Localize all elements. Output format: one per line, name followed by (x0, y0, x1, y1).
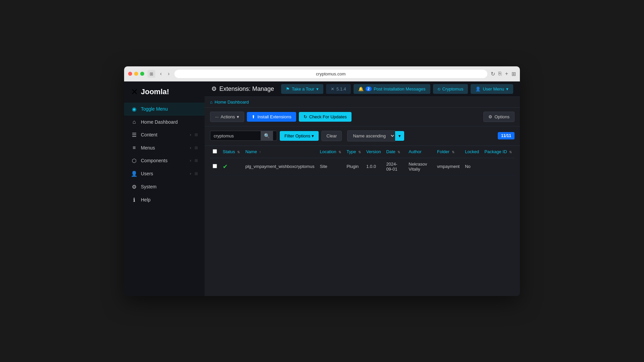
name-sort-icon: ↑ (259, 150, 261, 154)
help-icon: ℹ (131, 197, 138, 203)
bell-icon: 🔔 (358, 86, 364, 92)
col-folder[interactable]: Folder ⇅ (434, 146, 462, 158)
col-type[interactable]: Type ⇅ (344, 146, 364, 158)
users-label: Users (141, 171, 186, 176)
components-label: Components (141, 158, 186, 163)
grid-button[interactable]: ⊞ (512, 71, 516, 77)
search-button[interactable]: 🔍 (261, 131, 273, 140)
joomla-logo-text: Joomla! (141, 87, 169, 96)
col-name[interactable]: Name ↑ (243, 146, 317, 158)
location-sort-icon: ⇅ (338, 150, 341, 154)
actions-chevron-icon: ▾ (237, 114, 239, 119)
clear-button[interactable]: Clear (321, 131, 342, 141)
minimize-button[interactable] (134, 72, 138, 76)
forward-button[interactable]: › (166, 70, 171, 77)
home-breadcrumb-icon: ⌂ (210, 100, 213, 105)
address-bar[interactable] (174, 70, 487, 78)
sidebar-item-toggle-menu[interactable]: ◉ Toggle Menu (124, 103, 205, 116)
components-grid-icon: ⊞ (195, 158, 198, 163)
system-label: System (141, 184, 198, 189)
row-locked-cell: No (462, 158, 482, 175)
user-menu-button[interactable]: 👤 User Menu ▾ (471, 84, 513, 94)
col-locked: Locked (462, 146, 482, 158)
help-label: Help (141, 197, 198, 202)
messages-badge: 2 (366, 86, 372, 91)
col-date[interactable]: Date ⇅ (383, 146, 406, 158)
install-icon: ⬆ (252, 114, 255, 119)
toolbar: ··· Actions ▾ ⬆ Install Extensions ↻ Che… (205, 108, 520, 126)
sidebar-item-users[interactable]: 👤 Users › ⊞ (124, 167, 205, 180)
system-icon: ⚙ (131, 184, 138, 190)
browser-chrome: ⊞ ‹ › ↻ ⎘ + ⊞ (124, 66, 520, 81)
maximize-button[interactable] (140, 72, 144, 76)
toggle-menu-label: Toggle Menu (141, 106, 198, 112)
sidebar-item-components[interactable]: ⬡ Components › ⊞ (124, 154, 205, 167)
extensions-table: Status ⇅ Name ↑ Location ⇅ (210, 146, 515, 175)
install-extensions-button[interactable]: ⬆ Install Extensions (247, 112, 296, 122)
search-input[interactable] (210, 131, 261, 140)
content-grid-icon: ⊞ (195, 132, 198, 137)
actions-button[interactable]: ··· Actions ▾ (210, 112, 244, 122)
cryptomus-icon: ⎋ (438, 86, 440, 92)
browser-window: ⊞ ‹ › ↻ ⎘ + ⊞ ✕ Joomla! ◉ Toggle Menu ⌂ … (124, 66, 520, 296)
col-location[interactable]: Location ⇅ (317, 146, 344, 158)
refresh-icon: ↻ (304, 114, 307, 119)
components-arrow-icon: › (190, 158, 191, 163)
toggle-menu-icon: ◉ (131, 106, 138, 112)
close-button[interactable] (128, 72, 132, 76)
version-button[interactable]: ✕ 5.1.4 (326, 84, 351, 94)
col-package-id[interactable]: Package ID ⇅ (482, 146, 515, 158)
sort-select[interactable]: Name ascending (347, 130, 395, 141)
status-enabled-icon[interactable]: ✔ (223, 163, 228, 170)
sidebar-toggle-icon[interactable]: ⊞ (148, 70, 155, 78)
col-status[interactable]: Status ⇅ (220, 146, 243, 158)
menus-grid-icon: ⊞ (195, 145, 198, 150)
sidebar-item-home-dashboard[interactable]: ⌂ Home Dashboard (124, 116, 205, 128)
cryptomus-button[interactable]: ⎋ Cryptomus (433, 84, 468, 94)
reload-button[interactable]: ↻ (491, 71, 495, 77)
row-location-cell: Site (317, 158, 344, 175)
table-row: ✔ plg_vmpayment_wishboxcryptomus Site Pl… (210, 158, 515, 175)
menus-label: Menus (141, 145, 186, 150)
status-sort-icon: ⇅ (237, 150, 240, 154)
back-button[interactable]: ‹ (159, 70, 163, 77)
joomla-small-icon: ✕ (331, 86, 334, 92)
topbar: ⚙ Extensions: Manage ⚑ Take a Tour ▾ ✕ 5… (205, 81, 520, 97)
options-button[interactable]: ⚙ Options (483, 112, 515, 122)
sidebar-item-help[interactable]: ℹ Help (124, 193, 205, 206)
components-icon: ⬡ (131, 158, 138, 164)
row-package-id-cell (482, 158, 515, 175)
share-button[interactable]: ⎘ (498, 71, 502, 77)
post-installation-messages-button[interactable]: 🔔 2 Post Installation Messages (354, 84, 430, 94)
sidebar: ✕ Joomla! ◉ Toggle Menu ⌂ Home Dashboard… (124, 81, 205, 296)
content-arrow-icon: › (190, 132, 191, 137)
sort-dropdown-button[interactable]: ▾ (395, 131, 404, 141)
col-version: Version (364, 146, 383, 158)
tour-icon: ⚑ (286, 86, 290, 92)
toolbar-right: ⚙ Options (483, 112, 515, 122)
row-version-cell: 1.0.0 (364, 158, 383, 175)
filter-bar: 🔍 Filter Options ▾ Clear Name ascending … (205, 126, 520, 146)
new-tab-button[interactable]: + (505, 71, 508, 77)
type-sort-icon: ⇅ (358, 150, 361, 154)
sidebar-item-menus[interactable]: ≡ Menus › ⊞ (124, 141, 205, 154)
row-checkbox[interactable] (213, 164, 217, 168)
sidebar-item-system[interactable]: ⚙ System (124, 180, 205, 193)
menus-arrow-icon: › (190, 145, 191, 150)
joomla-icon: ✕ (131, 87, 138, 97)
select-all-checkbox[interactable] (213, 149, 217, 154)
content-label: Content (141, 132, 186, 137)
cms-layout: ✕ Joomla! ◉ Toggle Menu ⌂ Home Dashboard… (124, 81, 520, 296)
users-grid-icon: ⊞ (195, 171, 198, 176)
take-tour-button[interactable]: ⚑ Take a Tour ▾ (281, 84, 323, 94)
col-author: Author (406, 146, 434, 158)
topbar-right: ⚑ Take a Tour ▾ ✕ 5.1.4 🔔 2 Post Install… (281, 84, 513, 94)
row-author-cell: Nekrasov Vitaliy (406, 158, 434, 175)
page-title: ⚙ Extensions: Manage (211, 85, 277, 93)
check-updates-button[interactable]: ↻ Check For Updates (299, 112, 352, 122)
filter-options-button[interactable]: Filter Options ▾ (280, 131, 319, 141)
sidebar-item-content[interactable]: ☰ Content › ⊞ (124, 128, 205, 141)
results-count-badge: 11/11 (498, 132, 515, 139)
user-chevron-icon: ▾ (506, 86, 508, 92)
filter-chevron-icon: ▾ (312, 133, 314, 138)
